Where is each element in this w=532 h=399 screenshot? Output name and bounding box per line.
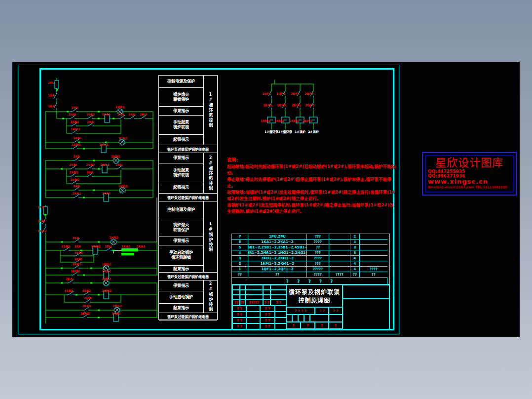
- cad-viewer: { "drawing": { "title_line1": "循环泵及锅炉联锁"…: [0, 0, 532, 399]
- cad-canvas[interactable]: [12, 62, 520, 337]
